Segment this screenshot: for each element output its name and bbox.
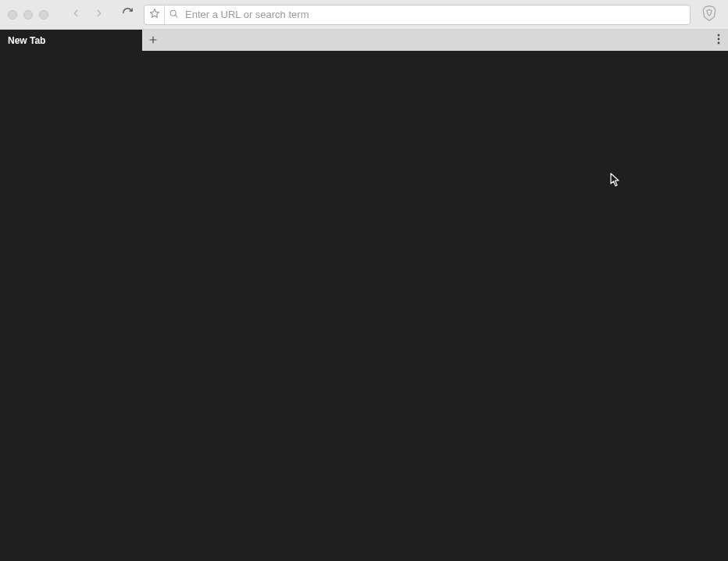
bookmark-button[interactable] [145,5,165,24]
tab-menu-button[interactable] [709,30,728,51]
window-maximize-button[interactable] [39,10,48,20]
tab-strip: New Tab [0,30,728,51]
search-icon [169,8,179,22]
window-controls [8,10,48,20]
mouse-cursor-icon [610,173,621,187]
brave-shield-button[interactable] [700,5,719,24]
svg-marker-0 [150,9,159,17]
page-content [0,51,728,561]
address-bar[interactable] [144,5,691,25]
tab-label: New Tab [8,35,45,46]
svg-point-6 [718,38,720,40]
url-input[interactable] [182,5,690,24]
tab-active[interactable]: New Tab [0,30,142,51]
svg-point-7 [718,41,720,44]
chevron-right-icon [94,8,105,22]
window-minimize-button[interactable] [23,10,33,20]
new-tab-button[interactable] [142,30,164,51]
window-close-button[interactable] [8,10,17,20]
tabstrip-spacer [164,30,709,51]
plus-icon [148,34,158,48]
brave-logo-icon [701,5,717,25]
star-icon [149,8,160,22]
forward-button[interactable] [89,5,109,25]
search-indicator [165,5,182,24]
browser-toolbar [0,0,728,30]
reload-button[interactable] [117,5,137,25]
svg-point-5 [718,34,720,36]
reload-icon [122,7,134,22]
svg-line-2 [175,15,177,17]
chevron-left-icon [70,8,81,22]
kebab-menu-icon [717,34,720,48]
back-button[interactable] [66,5,86,25]
